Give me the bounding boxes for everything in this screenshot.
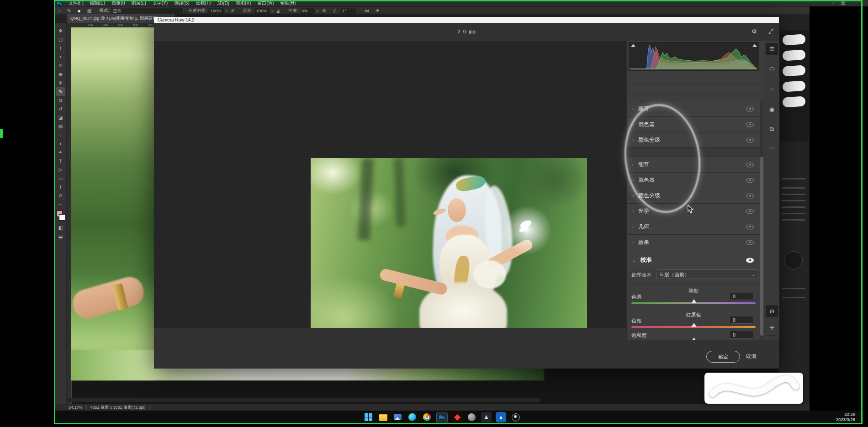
tint-slider[interactable] — [631, 302, 756, 304]
opacity-select[interactable]: 100% — [208, 8, 224, 14]
smoothing-gear-icon[interactable]: ⚙ — [322, 8, 326, 13]
horizontal-scrollbar[interactable] — [67, 398, 540, 402]
taskbar-icon-gray-app[interactable] — [466, 412, 477, 422]
eye-icon[interactable] — [746, 137, 754, 142]
smoothing-select[interactable]: 0% — [299, 8, 316, 14]
eyedropper-tool[interactable]: ◉ — [56, 70, 65, 79]
chevron-down-icon[interactable]: ∨ — [271, 9, 274, 13]
shadow-clipping-icon[interactable] — [631, 44, 635, 47]
slider-thumb[interactable] — [691, 323, 697, 327]
masking-tab[interactable]: ◌ — [766, 83, 778, 95]
blur-tool[interactable]: ◌ — [56, 131, 65, 139]
hue-value-field[interactable]: 0 — [730, 316, 753, 324]
brush-thumbnail[interactable] — [782, 96, 805, 107]
section-geometry[interactable]: › 几何 — [627, 219, 760, 234]
menu-edit[interactable]: 编辑(E) — [87, 0, 108, 6]
histogram[interactable] — [629, 42, 759, 71]
crop-tool[interactable]: ⊡ — [56, 61, 65, 70]
background-color-swatch[interactable] — [59, 214, 65, 221]
brush-preset-icon[interactable]: ● — [77, 8, 80, 14]
eye-icon[interactable] — [746, 178, 754, 183]
taskbar-icon-dark-app[interactable] — [481, 412, 492, 422]
eye-icon[interactable] — [746, 258, 754, 263]
hue-slider[interactable] — [631, 326, 756, 328]
status-arrow-icon[interactable]: ⟩ — [149, 405, 151, 410]
hand-tool[interactable]: ✛ — [56, 183, 65, 191]
taskbar-icon-edge[interactable] — [407, 412, 418, 422]
saturation-value-field[interactable]: 0 — [730, 331, 753, 338]
camera-raw-preview[interactable]: 适应（47%） 30% ⌄ ▤ ◫ — [154, 41, 626, 328]
color-swatches[interactable] — [58, 211, 64, 223]
eye-icon[interactable] — [746, 106, 754, 111]
brush-thumbnail[interactable] — [782, 65, 805, 76]
menu-file[interactable]: 文件(F) — [65, 0, 87, 6]
path-select-tool[interactable]: ▷ — [56, 165, 65, 174]
brush-tool-icon[interactable]: ✎ — [67, 8, 71, 13]
quick-mask-button[interactable]: ◧ — [56, 223, 65, 232]
section-calibration[interactable]: ⌄ 校准 — [627, 250, 760, 270]
fullscreen-icon[interactable]: ⤢ — [768, 28, 773, 35]
ok-button[interactable]: 确定 — [706, 351, 740, 363]
shape-tool[interactable]: ▭ — [56, 174, 65, 183]
cancel-button[interactable]: 取消 — [746, 353, 756, 360]
quick-select-tool[interactable]: ⌖ — [56, 53, 65, 61]
process-version-select[interactable]: 5 版（当前） ⌄ — [656, 269, 758, 279]
gradient-tool[interactable]: ▧ — [56, 122, 65, 131]
taskbar-icon-photoshop[interactable]: Ps — [436, 412, 448, 423]
lasso-tool[interactable]: ⌇ — [56, 44, 65, 53]
preferences-gear-icon[interactable]: ⚙ — [752, 28, 757, 35]
edit-toolbar-button[interactable]: ⋯ — [56, 200, 65, 209]
move-tool[interactable]: ✥ — [56, 26, 65, 35]
menu-layer[interactable]: 图层(L) — [128, 0, 149, 6]
screen-mode-button[interactable]: ⬓ — [56, 232, 65, 241]
highlight-clipping-icon[interactable] — [752, 44, 757, 47]
chevron-down-icon[interactable]: ∨ — [317, 9, 319, 13]
dodge-tool[interactable]: ◖ — [56, 139, 65, 148]
color-wheel-panel[interactable] — [784, 251, 803, 269]
zoom-tool-button[interactable]: ⊙ — [766, 305, 778, 317]
brush-thumbnail[interactable] — [782, 49, 805, 61]
eye-icon[interactable] — [746, 209, 754, 214]
brush-tool[interactable]: ✎ — [56, 87, 65, 96]
red-eye-tab[interactable]: ◉ — [766, 103, 778, 115]
eye-icon[interactable] — [746, 162, 754, 167]
clone-stamp-tool[interactable]: ⧉ — [56, 96, 65, 105]
airbrush-icon[interactable]: ◭ — [277, 8, 281, 13]
brush-thumbnail[interactable] — [782, 80, 805, 92]
menu-window[interactable]: 窗口(W) — [254, 0, 277, 6]
hand-tool-button[interactable]: ✛ — [766, 322, 778, 333]
home-icon[interactable]: ⌂ — [58, 8, 61, 13]
paint-symmetry-icon[interactable]: ✣ — [376, 8, 379, 13]
eye-icon[interactable] — [746, 122, 754, 127]
edit-tab[interactable]: ☰ — [766, 43, 778, 55]
menu-view[interactable]: 视图(V) — [233, 0, 254, 6]
more-options-button[interactable]: ⋯ — [766, 142, 778, 153]
slider-thumb[interactable] — [691, 299, 697, 303]
eye-icon[interactable] — [746, 240, 754, 245]
history-brush-tool[interactable]: ↺ — [56, 105, 65, 113]
brush-thumbnail[interactable] — [782, 34, 805, 45]
marquee-tool[interactable]: ▢ — [56, 35, 65, 44]
scrollbar-thumb[interactable] — [760, 157, 763, 336]
eye-icon[interactable] — [746, 224, 754, 229]
type-tool[interactable]: T — [56, 157, 65, 165]
brush-angle-value[interactable]: 1° — [340, 8, 356, 14]
panel-scrollbar[interactable] — [760, 101, 763, 343]
presets-tab[interactable]: ⧉ — [766, 123, 778, 135]
flow-select[interactable]: 100% — [254, 8, 270, 14]
eraser-tool[interactable]: ◪ — [56, 113, 65, 122]
mode-select[interactable]: 正常 — [111, 8, 184, 14]
pen-tool[interactable]: ✒ — [56, 148, 65, 157]
brush-settings-panel-icon[interactable]: ▤ — [87, 8, 91, 13]
start-button[interactable] — [363, 412, 374, 422]
taskbar-icon-red-app[interactable] — [452, 412, 462, 422]
menu-help[interactable]: 帮助(H) — [277, 0, 299, 6]
taskbar-clock[interactable]: 22:29 2023/3/28 — [836, 411, 855, 422]
menu-select[interactable]: 选择(S) — [171, 0, 192, 6]
taskbar-icon-explorer[interactable] — [378, 412, 388, 422]
camera-raw-titlebar[interactable]: Camera Raw 14.2 — [154, 17, 779, 23]
pressure-size-icon[interactable]: ⋈ — [365, 8, 369, 13]
chevron-down-icon[interactable]: ∨ — [225, 9, 228, 13]
taskbar-icon-obs[interactable] — [510, 412, 521, 422]
taskbar-icon-chrome[interactable] — [422, 412, 432, 422]
